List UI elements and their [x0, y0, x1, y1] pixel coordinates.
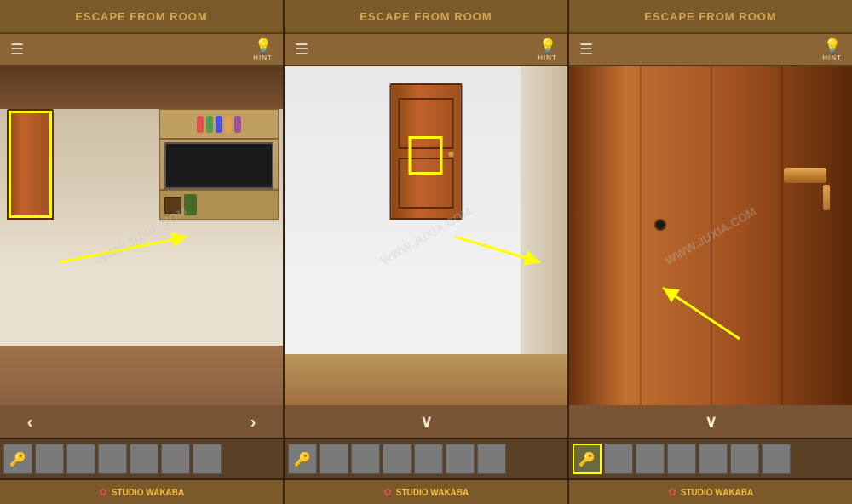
inv-slot-3-3[interactable]	[667, 444, 696, 474]
shelf-top	[160, 110, 278, 140]
door2-highlight	[409, 136, 443, 175]
hint-label-2: HINT	[538, 54, 557, 61]
inv-slot-3-4[interactable]	[699, 444, 728, 474]
panel-1-topbar: ESCAPE FROM ROOM	[0, 0, 283, 34]
panel-1-title: ESCAPE FROM ROOM	[75, 10, 207, 23]
panel-1-iconbar: ☰ 💡 HINT	[0, 34, 283, 66]
hint-btn-1[interactable]: 💡 HINT	[253, 37, 273, 61]
key-icon-1: 🔑	[9, 451, 26, 467]
panel-2-inventory: 🔑	[285, 438, 567, 478]
panel-3: ESCAPE FROM ROOM ☰ 💡 HINT	[569, 0, 852, 504]
hint-bulb-icon-1: 💡	[255, 37, 272, 54]
hint-label-3: HINT	[822, 54, 842, 61]
panel-2-title: ESCAPE FROM ROOM	[360, 10, 492, 23]
inv-slot-1-4[interactable]	[130, 444, 158, 474]
shelf-item-3	[216, 116, 222, 133]
footer-studio-3: STUDIO WAKABA	[681, 488, 754, 497]
panel-2-nav: ∨	[285, 405, 567, 438]
flower-icon-1: ✿	[99, 486, 107, 498]
app-container: ESCAPE FROM ROOM ☰ 💡 HINT	[0, 0, 852, 504]
hint-bulb-icon-3: 💡	[824, 37, 841, 54]
shelf-decor-1	[164, 197, 181, 214]
inv-slot-1-2[interactable]	[66, 444, 95, 474]
door3-handle-bar	[823, 185, 830, 210]
shelf-item-1	[197, 116, 204, 133]
shelf-unit	[159, 109, 279, 220]
nav-down-btn-3[interactable]: ∨	[705, 411, 717, 432]
ceiling-1	[0, 66, 283, 109]
panel-2: ESCAPE FROM ROOM ☰ 💡 HINT	[285, 0, 569, 504]
nav-left-btn[interactable]: ‹	[17, 409, 43, 434]
shelf-bottom	[160, 189, 278, 219]
inv-slot-1-1[interactable]	[35, 444, 64, 474]
inv-slot-3-0[interactable]: 🔑	[573, 444, 602, 474]
panel-1-gamearea[interactable]: WWW.JUXIA.COM	[0, 66, 283, 405]
shelf-item-4	[225, 116, 232, 133]
door-1-highlight	[9, 111, 52, 218]
key-icon-3: 🔑	[579, 451, 596, 467]
panel-3-inventory: 🔑	[569, 438, 852, 478]
key-icon-2: 🔑	[294, 451, 311, 467]
menu-icon-2[interactable]: ☰	[295, 40, 308, 59]
shelf-item-5	[234, 116, 241, 133]
nav-right-btn[interactable]: ›	[240, 409, 266, 434]
tv	[164, 142, 273, 189]
door-2[interactable]	[390, 83, 463, 220]
door3-keyhole[interactable]	[654, 219, 666, 231]
panel-1: ESCAPE FROM ROOM ☰ 💡 HINT	[0, 0, 285, 504]
inv-slot-2-0[interactable]: 🔑	[288, 444, 317, 474]
hint-btn-2[interactable]: 💡 HINT	[538, 37, 557, 61]
hint-label-1: HINT	[253, 54, 273, 61]
footer-studio-1: STUDIO WAKABA	[112, 488, 185, 497]
panel-1-inventory: 🔑	[0, 438, 283, 478]
inv-slot-3-5[interactable]	[730, 444, 759, 474]
floor-2	[285, 354, 567, 405]
door-1[interactable]	[7, 109, 54, 220]
door2-knob	[449, 152, 454, 157]
floor-1	[0, 346, 283, 405]
shelf-item-2	[206, 116, 213, 133]
svg-line-0	[60, 237, 187, 262]
grain-1	[640, 66, 642, 405]
panel-2-footer: ✿ STUDIO WAKABA	[285, 478, 567, 504]
panel-3-title: ESCAPE FROM ROOM	[644, 10, 776, 23]
inv-slot-2-4[interactable]	[414, 444, 443, 474]
inv-slot-3-2[interactable]	[636, 444, 665, 474]
grain-3	[781, 66, 783, 405]
panel-3-iconbar: ☰ 💡 HINT	[569, 34, 852, 66]
flower-icon-2: ✿	[383, 486, 392, 498]
panel-2-gamearea[interactable]: WWW.JUXIA.COM	[285, 66, 567, 405]
panel-1-footer: ✿ STUDIO WAKABA	[0, 478, 283, 504]
scene2: WWW.JUXIA.COM	[285, 66, 567, 405]
scene1: WWW.JUXIA.COM	[0, 66, 283, 405]
panel-1-nav: ‹ ›	[0, 405, 283, 438]
panel-3-nav: ∨	[569, 405, 852, 438]
inv-slot-2-1[interactable]	[320, 444, 348, 474]
inv-slot-2-2[interactable]	[351, 444, 380, 474]
inv-slot-1-6[interactable]	[193, 444, 222, 474]
inv-slot-2-3[interactable]	[383, 444, 412, 474]
panel-2-topbar: ESCAPE FROM ROOM	[285, 0, 567, 34]
shelf-decor-2	[184, 194, 197, 215]
door-3[interactable]	[569, 66, 852, 405]
door3-handle[interactable]	[784, 168, 826, 183]
inv-slot-3-6[interactable]	[762, 444, 791, 474]
scene3: WWW.JUXIA.COM	[569, 66, 852, 405]
inv-slot-2-6[interactable]	[477, 444, 506, 474]
grain-2	[711, 66, 712, 405]
hint-btn-3[interactable]: 💡 HINT	[822, 37, 842, 61]
footer-studio-2: STUDIO WAKABA	[396, 488, 469, 497]
hint-bulb-icon-2: 💡	[539, 37, 556, 54]
panel-3-gamearea[interactable]: WWW.JUXIA.COM	[569, 66, 852, 405]
inv-slot-1-3[interactable]	[98, 444, 127, 474]
panel-3-footer: ✿ STUDIO WAKABA	[569, 478, 852, 504]
menu-icon-1[interactable]: ☰	[10, 40, 24, 59]
inv-slot-2-5[interactable]	[446, 444, 475, 474]
inv-slot-1-5[interactable]	[161, 444, 190, 474]
menu-icon-3[interactable]: ☰	[579, 40, 593, 59]
nav-down-btn-2[interactable]: ∨	[420, 411, 433, 432]
inv-slot-1-0[interactable]: 🔑	[3, 444, 32, 474]
flower-icon-3: ✿	[668, 486, 676, 498]
inv-slot-3-1[interactable]	[604, 444, 633, 474]
panel-3-topbar: ESCAPE FROM ROOM	[569, 0, 852, 34]
